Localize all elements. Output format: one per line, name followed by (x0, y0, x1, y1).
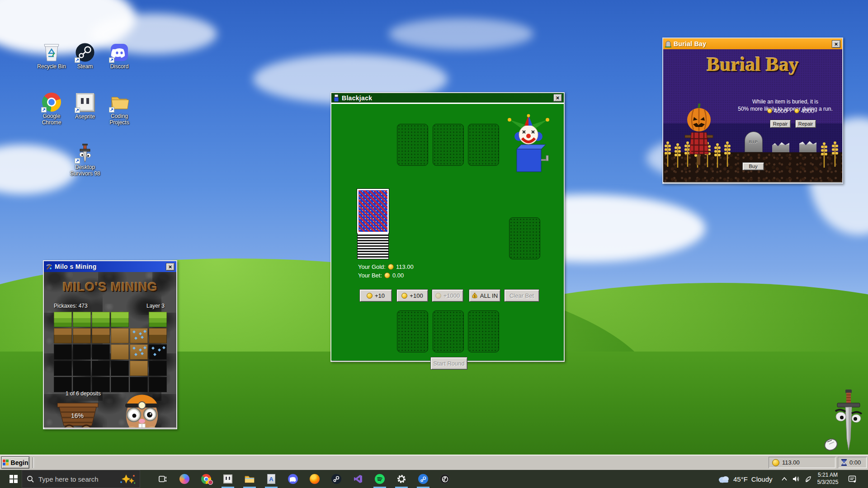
gem-icon (151, 347, 155, 350)
taskbar-document-a-button[interactable]: A (260, 470, 282, 488)
clear-bet-button[interactable]: Clear Bet (504, 289, 539, 302)
desktop-icon-label: Recycle Bin (33, 64, 70, 70)
chrome-icon (42, 93, 61, 112)
repair-button-2[interactable]: Repair (795, 120, 816, 128)
firefox-icon (310, 474, 320, 484)
clock-widget[interactable]: 5:21 AM 5/3/2025 (814, 470, 842, 488)
weather-condition: Cloudy (751, 475, 773, 483)
mine-block[interactable] (92, 312, 110, 327)
bury-button[interactable]: Buy (742, 162, 764, 170)
deck-card-back[interactable] (357, 189, 389, 233)
bet-10-button[interactable]: +10 (359, 289, 392, 302)
mine-block[interactable] (73, 328, 91, 343)
taskbar-steam-big-picture-button[interactable] (412, 470, 434, 488)
desktop-icon-google-chrome[interactable]: Google Chrome (33, 93, 70, 126)
cloud (0, 145, 77, 194)
blackjack-table: Your Gold: 113.00 Your Bet: 0.00 +10 +10… (331, 104, 564, 361)
taskbar-steam-button[interactable] (326, 470, 347, 488)
gravestone-rip[interactable]: RIP (745, 131, 763, 152)
chevron-up-icon (782, 477, 787, 481)
start-round-button[interactable]: Start Round (430, 357, 467, 370)
mine-block[interactable] (92, 328, 110, 343)
desktop-icon-desktop-survivors[interactable]: Desktop Survivors 98 (67, 144, 103, 177)
taskbar-aseprite-button[interactable] (217, 470, 239, 488)
desktop-icon-aseprite[interactable]: Aseprite (67, 93, 103, 120)
all-in-label: ALL IN (480, 292, 498, 299)
desktop-icon-steam[interactable]: Steam (67, 43, 103, 70)
mine-block[interactable] (73, 377, 91, 392)
taskbar-discord-button[interactable] (282, 470, 304, 488)
close-icon[interactable]: × (166, 263, 175, 271)
taskbar-obs-button[interactable] (434, 470, 456, 488)
search-box[interactable]: Type here to search (22, 470, 140, 488)
taskbar-copilot-button[interactable] (174, 470, 195, 488)
mine-block[interactable] (54, 312, 72, 327)
taskbar-visual-studio-button[interactable] (347, 470, 369, 488)
task-view-icon (158, 474, 167, 483)
mine-block[interactable] (54, 328, 72, 343)
gem-icon (141, 336, 144, 339)
mine-block[interactable] (130, 361, 148, 376)
mine-block[interactable] (111, 361, 129, 376)
weather-widget[interactable]: 45°F Cloudy (718, 470, 773, 488)
window-title: Burial Bay (674, 40, 830, 47)
mine-block[interactable] (92, 344, 110, 360)
mine-block[interactable] (149, 328, 167, 343)
mine-block[interactable] (149, 361, 167, 376)
taskbar-task-view-button[interactable] (152, 470, 174, 488)
milos-mining-titlebar[interactable]: Milo s Mining × (44, 261, 176, 272)
mine-block[interactable] (149, 344, 167, 360)
mine-block[interactable] (111, 344, 129, 360)
desktop-icon-discord[interactable]: Discord (101, 43, 137, 70)
milos-mining-window: Milo s Mining × MILO'S MINING Pickaxes: … (43, 260, 177, 429)
taskbar-spotify-button[interactable] (369, 470, 391, 488)
mine-block[interactable] (149, 312, 167, 327)
close-icon[interactable]: × (832, 40, 840, 48)
spotify-icon (375, 474, 385, 484)
mine-block[interactable] (130, 344, 148, 360)
gem-icon (139, 348, 142, 352)
mine-block[interactable] (92, 377, 110, 392)
notification-center-button[interactable] (846, 470, 858, 488)
coin-icon (772, 459, 779, 466)
mine-block[interactable] (54, 377, 72, 392)
taskbar-firefox-button[interactable] (304, 470, 326, 488)
start-button[interactable] (5, 470, 23, 488)
desktop-icon-coding-projects[interactable]: Coding Projects (101, 93, 137, 126)
bet-100-button[interactable]: +100 (396, 289, 428, 302)
mine-block[interactable] (92, 361, 110, 376)
begin-button[interactable]: Begin (1, 456, 29, 469)
tray-volume-button[interactable] (790, 470, 802, 488)
mine-block[interactable] (54, 344, 72, 360)
repair-button-1[interactable]: Repair (770, 120, 791, 128)
desktop-icon-recycle-bin[interactable]: Recycle Bin (33, 43, 70, 70)
coin-icon (388, 264, 394, 270)
taskbar-icons: A (152, 470, 456, 488)
taskbar-file-explorer-button[interactable] (239, 470, 260, 488)
repair-cost-2: 4000 (794, 108, 814, 114)
mine-block[interactable] (73, 361, 91, 376)
desktop-icon-label: Desktop Survivors 98 (67, 164, 103, 177)
tray-chevron-button[interactable] (778, 470, 790, 488)
gem-icon (143, 346, 146, 349)
blackjack-titlebar[interactable]: Blackjack × (331, 93, 564, 104)
taskbar-settings-button[interactable] (391, 470, 412, 488)
tray-pen-button[interactable] (802, 470, 814, 488)
mine-block[interactable] (54, 361, 72, 376)
bet-1000-button[interactable]: +1000 (432, 289, 463, 302)
gem-icon (153, 353, 156, 356)
taskbar-chrome-button[interactable] (195, 470, 217, 488)
speaker-icon (793, 476, 800, 482)
all-in-button[interactable]: $ ALL IN (469, 289, 500, 302)
close-icon[interactable]: × (553, 94, 562, 102)
mine-block[interactable] (130, 328, 148, 343)
mine-block[interactable] (73, 312, 91, 327)
discord-icon (288, 474, 298, 484)
burial-bay-titlebar[interactable]: Burial Bay × (663, 38, 842, 49)
mine-block[interactable] (111, 328, 129, 343)
shortcut-arrow-icon (109, 107, 114, 113)
mine-block[interactable] (111, 312, 129, 327)
mine-block[interactable] (73, 344, 91, 360)
burial-info-line1: While an item is buried, it is (731, 98, 840, 105)
rip-text: RIP (749, 140, 758, 144)
